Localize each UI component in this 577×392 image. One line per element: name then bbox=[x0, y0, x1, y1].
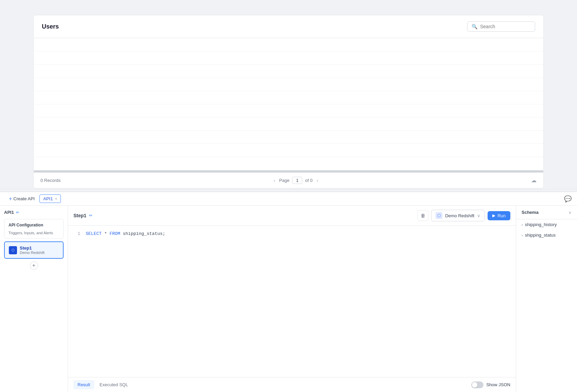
delete-step-button[interactable]: 🗑 bbox=[418, 210, 428, 221]
download-icon[interactable]: ☁ bbox=[531, 177, 537, 184]
db-icon: ⬡ bbox=[436, 212, 442, 219]
step-db: Demo Redshift bbox=[20, 251, 45, 255]
db-selector[interactable]: ⬡ Demo Redshift ∨ bbox=[431, 210, 485, 221]
db-selector-label: Demo Redshift bbox=[445, 213, 474, 218]
add-step-icon: + bbox=[32, 262, 35, 269]
api-builder: + Create API API1 × 💬 API1 ✏ API Configu… bbox=[0, 192, 577, 392]
executed-sql-tab-button[interactable]: Executed SQL bbox=[96, 380, 132, 389]
show-json-area: Show JSON bbox=[471, 381, 510, 388]
prev-page-button[interactable]: ‹ bbox=[272, 177, 276, 184]
api1-tab-label: API1 bbox=[43, 196, 53, 201]
api-name-row: API1 ✏ bbox=[4, 210, 64, 215]
step-name: Step1 bbox=[20, 245, 45, 251]
code-star: * bbox=[104, 231, 110, 236]
left-sidebar: API1 ✏ API Configuration Triggers, Input… bbox=[0, 206, 68, 392]
table-row bbox=[34, 78, 543, 91]
records-count: 0 Records bbox=[40, 178, 61, 183]
table-rows bbox=[34, 38, 543, 170]
close-tab-icon[interactable]: × bbox=[55, 197, 57, 201]
code-line-1: 1 SELECT * FROM shipping_status; bbox=[73, 231, 510, 236]
db-icon-inner: ⬡ bbox=[437, 213, 441, 218]
api-config-section: API Configuration Triggers, Inputs, and … bbox=[4, 219, 64, 239]
step-icon: ⬡ bbox=[9, 246, 17, 254]
edit-api-name-icon[interactable]: ✏ bbox=[16, 210, 19, 215]
table-row bbox=[34, 131, 543, 144]
schema-item-shipping-history[interactable]: › shipping_history bbox=[516, 219, 577, 230]
step-title: Step1 bbox=[73, 213, 86, 218]
table-row bbox=[34, 51, 543, 65]
schema-item-shipping-status[interactable]: › shipping_status bbox=[516, 230, 577, 240]
add-step-button[interactable]: + bbox=[30, 261, 38, 270]
result-tabs: Result Executed SQL Show JSON bbox=[68, 377, 516, 392]
page-label: Page bbox=[279, 178, 289, 183]
search-container[interactable]: 🔍 bbox=[467, 21, 535, 32]
schema-arrow-icon: › bbox=[522, 223, 523, 227]
page-number: 1 bbox=[292, 177, 302, 184]
step-header: Step1 ✏ 🗑 ⬡ Demo Redshift ∨ bbox=[68, 206, 516, 226]
line-number-1: 1 bbox=[73, 231, 80, 236]
schema-item-label: shipping_status bbox=[525, 233, 556, 238]
step-title-area: Step1 ✏ bbox=[73, 213, 92, 218]
step-info: Step1 Demo Redshift bbox=[20, 245, 45, 255]
search-input[interactable] bbox=[480, 24, 531, 29]
chat-icon[interactable]: 💬 bbox=[564, 195, 572, 203]
create-api-label: Create API bbox=[13, 196, 35, 201]
table-row bbox=[34, 144, 543, 157]
show-json-label: Show JSON bbox=[486, 382, 510, 387]
search-icon: 🔍 bbox=[472, 24, 477, 29]
table-row bbox=[34, 38, 543, 51]
toggle-knob bbox=[472, 382, 477, 388]
users-title: Users bbox=[42, 23, 59, 30]
users-header: Users 🔍 bbox=[34, 15, 543, 38]
chevron-down-icon: ∨ bbox=[477, 213, 480, 218]
step-edit-icon[interactable]: ✏ bbox=[89, 213, 92, 218]
code-content-1: SELECT * FROM shipping_status; bbox=[86, 231, 165, 236]
table-row bbox=[34, 157, 543, 170]
run-button[interactable]: ▶ Run bbox=[488, 211, 510, 220]
result-tab-button[interactable]: Result bbox=[73, 380, 94, 389]
create-api-button[interactable]: + Create API bbox=[5, 194, 38, 203]
table-footer: 0 Records ‹ Page 1 of 0 › ☁ bbox=[34, 172, 543, 188]
step-actions: 🗑 ⬡ Demo Redshift ∨ ▶ Run bbox=[418, 210, 510, 221]
api-name-label: API1 bbox=[4, 210, 14, 215]
step-icon-inner: ⬡ bbox=[12, 248, 15, 252]
table-row bbox=[34, 91, 543, 104]
schema-title: Schema bbox=[522, 210, 539, 215]
right-sidebar: Schema ∨ › shipping_history › shipping_s… bbox=[516, 206, 577, 392]
panel-divider bbox=[0, 189, 577, 192]
table-row bbox=[34, 117, 543, 131]
pagination: ‹ Page 1 of 0 › bbox=[272, 177, 319, 184]
total-pages: of 0 bbox=[305, 178, 312, 183]
step1-item[interactable]: ⬡ Step1 Demo Redshift bbox=[4, 241, 64, 259]
add-step-area: + bbox=[4, 261, 64, 270]
schema-arrow-icon: › bbox=[522, 233, 523, 237]
api1-tab[interactable]: API1 × bbox=[39, 194, 61, 203]
run-play-icon: ▶ bbox=[492, 213, 495, 218]
run-label: Run bbox=[497, 213, 506, 218]
schema-header: Schema ∨ bbox=[516, 206, 577, 219]
builder-body: API1 ✏ API Configuration Triggers, Input… bbox=[0, 206, 577, 392]
show-json-toggle[interactable] bbox=[471, 381, 483, 388]
table-name: shipping_status; bbox=[123, 231, 165, 236]
trash-icon: 🗑 bbox=[421, 213, 425, 218]
table-row bbox=[34, 65, 543, 78]
schema-item-label: shipping_history bbox=[525, 222, 557, 227]
keyword-select: SELECT bbox=[86, 231, 102, 236]
users-panel: Users 🔍 0 Records ‹ Page 1 of 0 › ☁ bbox=[33, 15, 544, 188]
code-editor[interactable]: 1 SELECT * FROM shipping_status; bbox=[68, 226, 516, 377]
plus-icon: + bbox=[9, 196, 12, 202]
api-config-sub: Triggers, Inputs, and Alerts bbox=[4, 231, 63, 238]
api-config-header[interactable]: API Configuration bbox=[4, 219, 63, 231]
keyword-from: FROM bbox=[109, 231, 120, 236]
next-page-button[interactable]: › bbox=[315, 177, 320, 184]
api-tabs-bar: + Create API API1 × 💬 bbox=[0, 192, 577, 206]
table-row bbox=[34, 104, 543, 118]
center-panel: Step1 ✏ 🗑 ⬡ Demo Redshift ∨ bbox=[68, 206, 516, 392]
schema-chevron-icon[interactable]: ∨ bbox=[568, 210, 572, 215]
